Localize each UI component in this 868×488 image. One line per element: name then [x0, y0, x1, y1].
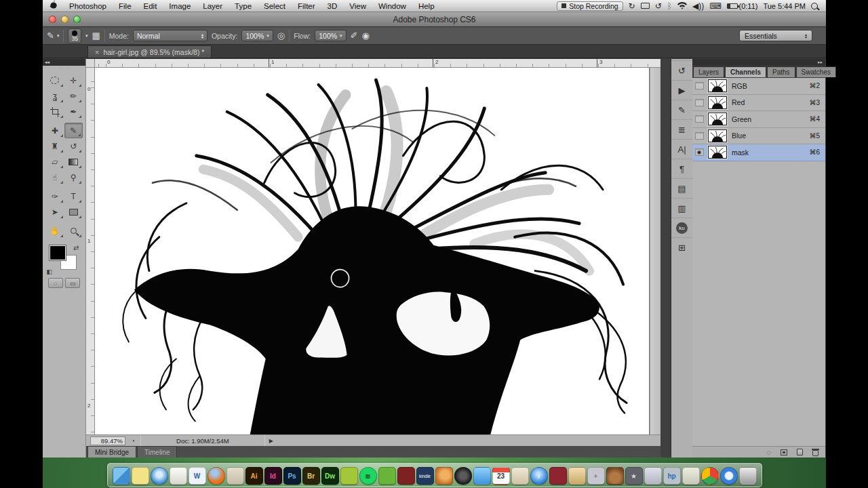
display-icon[interactable]	[641, 3, 650, 9]
channel-row[interactable]: ◉	[692, 144, 825, 161]
dock-icon-textedit[interactable]	[170, 467, 187, 485]
dock-icon-finder[interactable]	[113, 467, 130, 485]
dock-icon-red-app[interactable]	[397, 467, 415, 485]
dock-icon-photos[interactable]	[511, 467, 529, 485]
dock-icon-bulb[interactable]	[682, 467, 700, 485]
history-panel-icon[interactable]: ↺	[671, 60, 692, 80]
vertical-scrollbar[interactable]	[650, 68, 660, 434]
channel-thumbnail[interactable]	[708, 129, 727, 142]
tool-marquee[interactable]	[45, 73, 64, 88]
visibility-toggle[interactable]	[692, 115, 706, 123]
panel-tab[interactable]: Channels	[725, 66, 766, 77]
layer-comps-panel-icon[interactable]: ▤	[671, 178, 692, 198]
flow-input[interactable]: 100% ▾	[315, 30, 346, 41]
tool-quick-select[interactable]: ✏	[64, 88, 83, 104]
status-menu-arrow-icon[interactable]: ▶	[265, 438, 277, 444]
menu-item[interactable]: Photoshop	[63, 2, 113, 10]
dock-icon-iphoto[interactable]	[568, 467, 586, 485]
channel-thumbnail[interactable]	[708, 79, 727, 92]
channel-thumbnail[interactable]	[708, 96, 727, 109]
stop-recording-button[interactable]: Stop Recording	[557, 1, 623, 11]
dock-icon-dreamweaver[interactable]: Dw	[321, 467, 339, 485]
dock-icon-photoshop[interactable]: Ps	[283, 467, 301, 485]
dock-icon-itunes[interactable]: ♪	[530, 467, 548, 485]
apple-menu-icon[interactable]	[48, 1, 59, 11]
tool-type[interactable]: T	[64, 188, 83, 204]
tool-preset-picker[interactable]: ✎ ▾	[47, 30, 59, 41]
spotlight-icon[interactable]	[811, 3, 818, 9]
menu-item[interactable]: Filter	[292, 2, 321, 10]
toggle-brush-panel-icon[interactable]: ▦	[92, 30, 100, 41]
dock-icon-bridge[interactable]: Br	[302, 467, 320, 485]
dock-icon-garageband[interactable]	[606, 467, 624, 485]
dock-icon-imovie[interactable]: ★	[625, 467, 643, 485]
character-panel-icon[interactable]: A|	[671, 139, 692, 159]
screen-mode-button[interactable]: ▭	[65, 278, 80, 288]
dock-icon-chrome[interactable]	[701, 467, 719, 485]
document-tab[interactable]: × hair-girl.jpg @ 89.5% (mask/8) *	[87, 45, 212, 58]
panel-tab[interactable]: Paths	[767, 66, 795, 77]
blend-mode-select[interactable]: Normal ▴▾	[133, 30, 208, 41]
default-colors-icon[interactable]: ◧	[47, 268, 53, 275]
tool-history-brush[interactable]: ↺	[64, 138, 83, 154]
dock-icon-evernote[interactable]	[378, 467, 396, 485]
tool-zoom[interactable]	[64, 223, 83, 239]
visibility-toggle[interactable]	[692, 132, 706, 140]
input-menu-icon[interactable]: ⌨	[709, 1, 721, 11]
dock-icon-facetime[interactable]	[473, 467, 491, 485]
kuler-panel-icon[interactable]: ku	[671, 218, 692, 237]
tool-path-select[interactable]: ➤	[45, 204, 64, 220]
workspace-switcher[interactable]: Essentials ▴▾	[739, 30, 812, 41]
save-selection-icon[interactable]	[781, 449, 787, 455]
dock-icon-fish-game[interactable]	[435, 467, 453, 485]
dock-icon-address-book[interactable]	[226, 467, 244, 485]
dock-icon-stickies[interactable]	[132, 467, 149, 485]
channel-row[interactable]: RGB ⌘2	[692, 78, 825, 95]
dock-icon-camera-dial[interactable]	[454, 467, 472, 485]
visibility-toggle[interactable]	[692, 82, 706, 89]
collapse-panels-icon[interactable]: ▸▸	[692, 59, 825, 66]
zoom-level-field[interactable]: 89.47%	[90, 436, 125, 445]
channel-thumbnail[interactable]	[708, 113, 727, 125]
chevron-down-icon[interactable]: ▾	[85, 33, 88, 39]
actions-panel-icon[interactable]: ▶	[671, 80, 692, 100]
visibility-toggle[interactable]: ◉	[692, 148, 706, 156]
menu-item[interactable]: Type	[229, 2, 258, 10]
notes-panel-icon[interactable]: ▥	[671, 198, 692, 218]
bluetooth-icon[interactable]: ᛒ	[667, 1, 672, 11]
airbrush-icon[interactable]: ✐	[351, 30, 358, 41]
channel-thumbnail[interactable]	[708, 146, 727, 159]
menu-item[interactable]: View	[343, 2, 372, 10]
close-document-icon[interactable]: ×	[95, 48, 99, 56]
tool-shape[interactable]	[64, 204, 83, 220]
tool-pen[interactable]: ✑	[45, 188, 64, 204]
bottom-tab[interactable]: Mini Bridge	[87, 446, 136, 458]
channel-row[interactable]: Green ⌘4	[692, 111, 825, 128]
tool-dodge[interactable]: ⚲	[64, 169, 83, 185]
dock-icon-android[interactable]	[340, 467, 358, 485]
menu-item[interactable]: Help	[412, 2, 441, 10]
panel-tab[interactable]: Swatches	[796, 66, 836, 77]
dock-icon-photo-booth[interactable]	[644, 467, 662, 485]
menu-item[interactable]: Select	[258, 2, 292, 10]
wifi-icon[interactable]	[677, 2, 687, 9]
channel-row[interactable]: Red ⌘3	[692, 95, 825, 112]
pressure-opacity-icon[interactable]: ◎	[277, 30, 285, 41]
swap-colors-icon[interactable]: ⇄	[73, 244, 79, 251]
tool-spot-healing[interactable]: ✚	[45, 123, 64, 138]
tool-eraser[interactable]: ▱	[45, 154, 64, 169]
mini-bridge-panel-icon[interactable]: ⊞	[671, 237, 692, 257]
volume-icon[interactable]: ◀))	[692, 1, 704, 11]
brush-preset-picker[interactable]: 35	[68, 28, 81, 43]
load-selection-icon[interactable]: ◌	[766, 448, 771, 456]
dock-icon-illustrator[interactable]: Ai	[245, 467, 263, 485]
dock-icon-quicktime[interactable]	[720, 467, 738, 485]
menu-item[interactable]: Window	[372, 2, 412, 10]
time-machine-icon[interactable]: ↺	[655, 1, 662, 11]
pressure-size-icon[interactable]: ◉	[362, 30, 370, 41]
tool-gradient[interactable]	[64, 154, 83, 169]
brush-presets-panel-icon[interactable]: ✎	[671, 100, 692, 119]
menu-item[interactable]: Layer	[197, 2, 229, 10]
tool-presets-panel-icon[interactable]: ≣	[671, 119, 692, 139]
delete-channel-icon[interactable]	[812, 450, 818, 456]
